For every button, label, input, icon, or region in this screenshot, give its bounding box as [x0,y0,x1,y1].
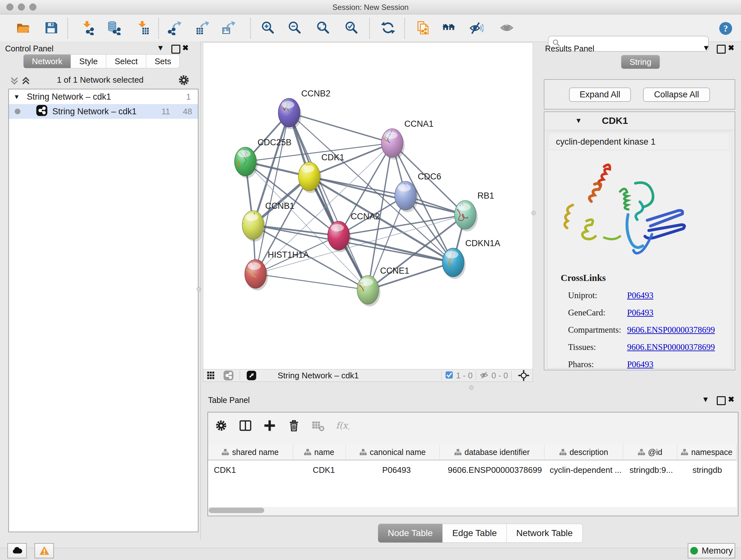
table-settings-button[interactable] [212,417,230,435]
divider [441,371,442,380]
network-node-ccnb1[interactable]: CCNB1 [204,170,294,242]
tree-expander-icon[interactable]: ▼ [9,93,20,101]
title-bar: Session: New Session [0,0,741,14]
import-table-button[interactable] [134,20,151,37]
show-columns-button[interactable] [236,417,255,435]
table-cell: P06493 [350,460,443,480]
network-options-gear-icon[interactable] [177,73,191,88]
help-button[interactable]: ? [718,20,734,37]
create-column-button[interactable] [260,417,279,435]
tab-style[interactable]: Style [71,54,106,68]
bottom-splitter-handle[interactable] [469,385,474,390]
crosslink-value-link[interactable]: 9606.ENSP00000378699 [627,325,715,335]
control-panel-close-icon[interactable]: ✖ [181,44,190,52]
zoom-out-button[interactable] [286,20,303,37]
hide-selected-button[interactable] [468,20,484,37]
expand-all-button[interactable]: Expand All [569,87,631,102]
status-bar: Memory [0,548,741,560]
table-panel-float-icon[interactable] [717,396,726,405]
tab-sets[interactable]: Sets [146,54,180,68]
table-horizontal-scrollbar[interactable] [209,508,264,513]
crosslink-label: GeneCard: [568,308,627,318]
export-network-button[interactable] [166,20,183,37]
birds-eye-view-icon[interactable] [203,366,220,385]
toolbar-separator [404,18,405,39]
trash-icon [287,419,301,434]
zoom-fit-button[interactable] [315,20,331,37]
crosslink-value-link[interactable]: P06493 [627,291,654,300]
memory-button[interactable]: Memory [688,543,735,558]
import-network-file-button[interactable] [79,20,95,37]
selected-checkbox-icon[interactable] [445,371,454,381]
fit-content-crosshair-icon[interactable] [515,366,533,385]
collapse-all-button[interactable]: Collapse All [643,87,710,102]
tab-network-table[interactable]: Network Table [507,523,583,543]
column-header-namespace[interactable]: namespace [677,444,737,460]
network-node-ccnb2[interactable]: CCNB2 [247,70,331,129]
tab-node-table[interactable]: Node Table [378,523,443,543]
control-panel-collapse-icon[interactable]: ▼ [156,44,165,52]
save-session-button[interactable] [43,20,59,37]
crosslink-label: Uniprot: [568,291,627,300]
memory-status-icon [690,547,698,555]
delete-table-button [309,417,327,435]
crosslink-value-link[interactable]: P06493 [627,360,654,369]
gene-expander-icon[interactable]: ▼ [575,117,582,125]
network-tree: ▼ String Network – cdk1 1 String Network… [8,89,199,532]
network-row[interactable]: String Network – cdk1 11 48 [9,104,198,119]
string-style-icon[interactable] [220,366,237,385]
column-header-database-identifier[interactable]: database identifier [440,444,544,460]
eye-gray-icon [499,20,514,37]
table-panel-title: Table Panel [208,395,250,405]
column-header-name[interactable]: name [293,444,346,460]
column-header--id[interactable]: @id [623,444,677,460]
show-selected-button[interactable] [498,20,515,37]
warnings-button[interactable] [35,543,54,558]
zoom-out-icon [287,20,302,37]
table-panel-collapse-icon[interactable]: ▼ [701,395,711,404]
zoom-in-button[interactable] [259,20,276,37]
table-panel-close-icon[interactable]: ✖ [726,395,736,404]
cloud-button[interactable] [7,543,27,558]
import-network-icon [80,20,94,37]
tab-string[interactable]: String [621,55,660,69]
delete-columns-button[interactable] [285,417,303,435]
open-in-string-icon[interactable] [243,366,260,385]
table-cell: stringdb:9... [624,460,678,480]
memory-label: Memory [702,546,733,556]
show-all-nodes-edges-button[interactable] [441,20,457,37]
network-collection-row[interactable]: ▼ String Network – cdk1 1 [9,89,198,104]
export-image-button[interactable] [220,20,237,37]
table-cell: CDK1 [208,460,298,480]
hidden-eye-slash-icon[interactable] [479,370,489,381]
node-label-cdc25b: CDC25B [258,138,292,147]
column-header-canonical-name[interactable]: canonical name [346,444,440,460]
apply-layout-button[interactable] [380,20,396,37]
network-view-canvas[interactable]: CCNB2CCNA1CDC25BCDK1CDC6RB1CCNB1CCNA2CDK… [203,43,533,369]
network-selection-status: 1 of 1 Network selected [0,75,200,85]
results-panel-close-icon[interactable]: ✖ [726,44,736,52]
table-row[interactable]: CDK1CDK1P064939606.ENSP00000378699cyclin… [208,460,737,480]
crosslink-value-link[interactable]: P06493 [627,308,654,318]
results-panel-float-icon[interactable] [717,45,726,54]
export-table-button[interactable] [194,20,211,37]
selected-counts: 1 - 0 [456,371,473,381]
network-collection-label: String Network – cdk1 [27,92,186,102]
new-network-from-selection-button[interactable] [415,20,431,37]
tab-edge-table[interactable]: Edge Table [443,523,507,543]
crosslink-label: Compartments: [568,325,627,335]
svg-text:?: ? [724,23,728,34]
left-splitter-handle[interactable] [197,287,201,292]
zoom-selected-button[interactable] [343,20,360,37]
tab-select[interactable]: Select [106,54,146,68]
open-session-button[interactable] [15,20,31,37]
tab-network[interactable]: Network [23,54,71,68]
column-header-description[interactable]: description [544,444,623,460]
crosslink-value-link[interactable]: 9606.ENSP00000378699 [627,342,715,352]
column-header-shared-name[interactable]: shared name [208,444,293,460]
window-title: Session: New Session [0,3,741,12]
results-panel-collapse-icon[interactable]: ▼ [701,44,711,52]
import-network-database-button[interactable] [106,20,122,37]
control-panel-float-icon[interactable] [172,45,180,54]
network-node-count: 11 [161,107,170,117]
